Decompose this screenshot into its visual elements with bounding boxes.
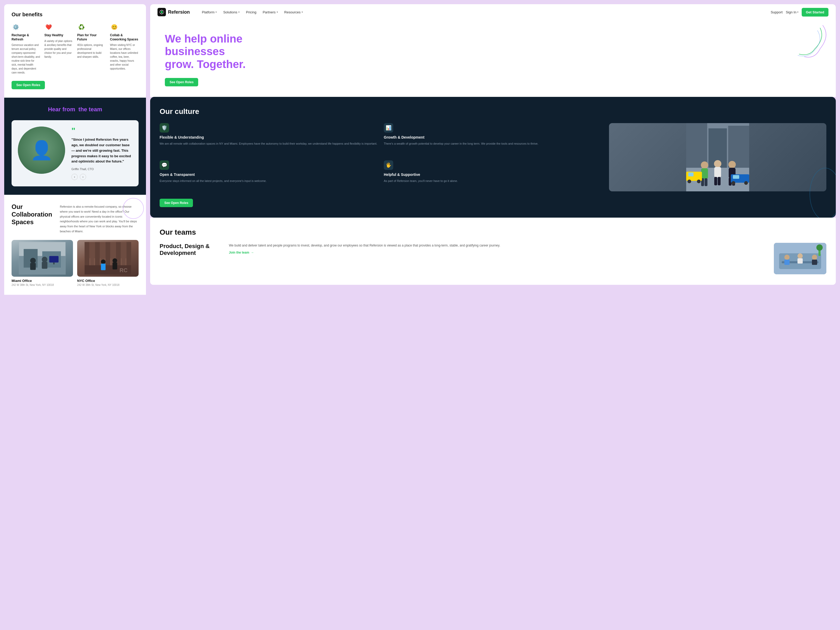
flexible-icon: 🛡️: [159, 123, 169, 133]
team-link-product[interactable]: Join the team →: [229, 251, 767, 254]
resources-chevron-icon: ▾: [302, 11, 303, 13]
nav-item-solutions[interactable]: Solutions ▾: [221, 9, 242, 16]
testimonial-content: " "Since I joined Refersion five years a…: [71, 126, 132, 180]
collab-section: Our Collaboration Spaces Refersion is al…: [4, 195, 146, 295]
culture-feature-helpful: 🖐️ Helpful & Supportive As part of Refer…: [384, 160, 602, 191]
svg-point-48: [697, 180, 701, 183]
svg-rect-25: [113, 262, 117, 270]
benefits-cta-button[interactable]: See Open Roles: [11, 81, 45, 89]
helpful-desc: As part of Refersion team, you'll never …: [384, 179, 602, 183]
office-card-nyc: RC NYC Office 242 W 38th St, New York, N…: [77, 240, 139, 286]
navbar: Refersion Platform ▾ Solutions ▾ Pricing…: [150, 4, 836, 20]
miami-photo-placeholder: [11, 240, 73, 277]
benefit-name-future: Plan for Your Future: [77, 33, 106, 41]
hero-section: We help online businesses grow. Together…: [150, 20, 836, 97]
logo-text: Refersion: [168, 9, 190, 15]
nav-item-resources[interactable]: Resources ▾: [282, 9, 306, 16]
miami-office-address: 242 W 38th St, New York, NY 10018: [11, 284, 73, 286]
team-photo-product: [774, 243, 826, 274]
testimonial-section: Hear from the team 👤 " "Since I joined R…: [4, 98, 146, 195]
benefit-desc-healthy: A variety of plan options & ancillary be…: [44, 39, 73, 59]
nav-right: Support Sign In ▾ Get Started: [771, 8, 829, 17]
svg-rect-8: [49, 256, 58, 262]
left-panel: Our benefits ⚙️ Recharge & Refresh Gener…: [4, 4, 146, 626]
culture-feature-open: 💬 Open & Transparent Everyone stays info…: [159, 160, 377, 191]
benefit-desc-collab: When visiting NYC or Miami, our offices …: [110, 43, 139, 71]
team-link-arrow-icon: →: [251, 251, 254, 254]
culture-btn-row: See Open Roles: [159, 199, 826, 207]
culture-title: Our culture: [159, 107, 826, 116]
testimonial-author: Griffin Thall, CTO: [71, 167, 132, 171]
culture-section: Our culture 🛡️ Flexible & Understanding …: [150, 97, 836, 218]
nav-signin-link[interactable]: Sign In ▾: [786, 10, 798, 14]
benefit-item-recharge: ⚙️ Recharge & Refresh Generous vacation …: [11, 23, 40, 74]
office-card-miami: Miami Office 242 W 38th St, New York, NY…: [11, 240, 73, 286]
signin-chevron-icon: ▾: [797, 11, 799, 13]
svg-rect-57: [784, 260, 789, 265]
svg-point-22: [101, 260, 106, 264]
culture-grid: 🛡️ Flexible & Understanding We are all r…: [159, 123, 826, 191]
logo-icon: [158, 8, 166, 16]
svg-point-24: [113, 258, 117, 263]
culture-features: 🛡️ Flexible & Understanding We are all r…: [159, 123, 602, 191]
hero-headline-1: We help online businesses: [165, 33, 243, 57]
nav-item-partners[interactable]: Partners ▾: [260, 9, 281, 16]
benefit-item-collab: 😊 Collab & Coworking Spaces When visitin…: [110, 23, 139, 74]
svg-rect-36: [704, 178, 707, 186]
benefit-icon-healthy: ❤️: [44, 23, 53, 31]
testimonial-prev-button[interactable]: ‹: [71, 174, 78, 180]
svg-point-27: [161, 11, 163, 13]
testimonial-heading: Hear from the team: [11, 106, 139, 113]
hero-headline-2: grow.: [165, 58, 194, 70]
benefits-section: Our benefits ⚙️ Recharge & Refresh Gener…: [4, 4, 146, 98]
open-icon: 💬: [159, 160, 169, 170]
hero-decoration-svg: [773, 22, 831, 70]
testimonial-card: 👤 " "Since I joined Refersion five years…: [11, 120, 139, 186]
benefit-item-healthy: ❤️ Stay Healthy A variety of plan option…: [44, 23, 73, 74]
svg-point-63: [816, 245, 823, 251]
culture-cta-button[interactable]: See Open Roles: [159, 199, 193, 207]
svg-point-58: [797, 253, 803, 259]
nav-support-link[interactable]: Support: [771, 10, 783, 14]
testimonial-nav: ‹ ›: [71, 174, 132, 180]
right-panel: Refersion Platform ▾ Solutions ▾ Pricing…: [150, 4, 836, 626]
helpful-icon: 🖐️: [384, 160, 393, 170]
benefit-name-recharge: Recharge & Refresh: [11, 33, 40, 41]
miami-office-photo: [11, 240, 73, 277]
nyc-office-name: NYC Office: [77, 279, 139, 283]
collab-circle-decoration: [123, 198, 144, 219]
svg-rect-34: [701, 168, 708, 179]
svg-text:RC: RC: [120, 267, 128, 273]
culture-photo: [609, 123, 826, 191]
team-item-product: Product, Design & Development We build a…: [159, 243, 826, 274]
svg-rect-7: [42, 262, 47, 269]
growth-desc: There's a wealth of growth potential to …: [384, 142, 602, 146]
collab-images: Miami Office 242 W 38th St, New York, NY…: [11, 240, 139, 286]
collab-title: Our Collaboration Spaces: [11, 203, 54, 234]
collab-header: Our Collaboration Spaces Refersion is al…: [11, 203, 139, 234]
svg-rect-38: [714, 167, 721, 177]
testimonial-heading-highlight: the team: [79, 106, 102, 113]
svg-rect-40: [718, 177, 720, 185]
benefit-icon-recharge: ⚙️: [11, 23, 20, 31]
benefit-icon-collab: 😊: [110, 23, 118, 31]
quote-mark-icon: ": [71, 126, 132, 135]
flexible-desc: We are all remote with collaboration spa…: [159, 142, 377, 146]
get-started-button[interactable]: Get Started: [802, 8, 829, 17]
testimonial-avatar: 👤: [18, 126, 65, 174]
svg-point-37: [714, 160, 722, 167]
logo: Refersion: [158, 8, 190, 16]
nyc-office-photo: RC: [77, 240, 139, 277]
testimonial-next-button[interactable]: ›: [80, 174, 86, 180]
svg-point-56: [784, 255, 789, 260]
svg-point-60: [812, 255, 817, 260]
benefits-grid: ⚙️ Recharge & Refresh Generous vacation …: [11, 23, 139, 74]
team-desc-product: We build and deliver talent and people p…: [229, 243, 767, 248]
hero-cta-button[interactable]: See Open Roles: [165, 78, 198, 86]
testimonial-heading-static: Hear from: [48, 106, 75, 113]
svg-rect-5: [30, 263, 36, 270]
nav-item-pricing[interactable]: Pricing: [243, 9, 259, 16]
nav-item-platform[interactable]: Platform ▾: [199, 9, 219, 16]
svg-rect-50: [733, 175, 739, 179]
hero-headline-highlight: Together.: [197, 58, 246, 70]
